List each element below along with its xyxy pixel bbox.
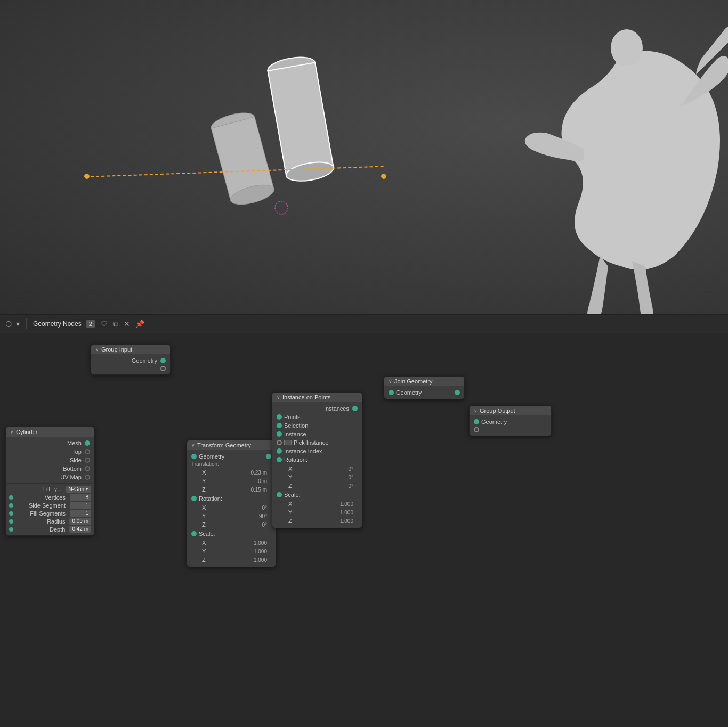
iop-rot-z: Z 0°	[284, 481, 358, 490]
vertices-value[interactable]: 8	[70, 494, 91, 501]
node-cylinder-header: ∨ Cylinder	[6, 427, 94, 437]
trans-z-label: Z	[202, 486, 250, 493]
editor-bar: ⬡ ▾ Geometry Nodes 2 ♡ ⧉ ✕ 📌	[0, 314, 728, 333]
node-join-header: ∨ Join Geometry	[384, 377, 464, 386]
node-editor[interactable]: ∨ Group Input Geometry ∨ Cylinder Mesh	[0, 333, 728, 727]
scale-y-label: Y	[202, 548, 254, 554]
iop-rot-y-val[interactable]: 0°	[348, 475, 353, 480]
iop-scale-z-label: Z	[288, 518, 340, 524]
rot-x-label: X	[202, 504, 262, 511]
trans-x-row: X -0.23 m	[198, 468, 271, 477]
scale-y-row: Y 1.000	[198, 547, 271, 556]
translation-label: Translation:	[187, 461, 276, 468]
iop-scale-y-val[interactable]: 1.000	[340, 510, 353, 516]
fill-type-chevron: ▾	[86, 487, 88, 492]
scale-x-value[interactable]: 1.000	[254, 540, 267, 546]
editor-pin-icon[interactable]: 📌	[135, 320, 144, 328]
join-geom-label: Geometry	[396, 389, 452, 396]
node-instance-on-points[interactable]: ∨ Instance on Points Instances Points Se…	[272, 392, 362, 528]
viewport-3d[interactable]	[0, 0, 728, 314]
rot-y-value[interactable]: -90°	[257, 513, 267, 519]
side-seg-value[interactable]: 1	[70, 502, 91, 509]
extra-out-socket	[160, 366, 166, 371]
pick-instance-checkbox[interactable]	[284, 440, 292, 445]
separator-1	[26, 318, 27, 329]
rot-z-row: Z 0°	[198, 520, 271, 529]
rot-z-value[interactable]: 0°	[262, 522, 267, 528]
radius-value[interactable]: 0.09 m	[69, 518, 91, 525]
chevron-icon: ∨	[277, 395, 280, 400]
instance-index-row: Instance Index	[272, 447, 362, 455]
editor-close-icon[interactable]: ✕	[124, 320, 130, 328]
trans-y-value[interactable]: 0 m	[258, 478, 267, 484]
depth-dot	[9, 527, 13, 532]
iop-scale-row: Scale:	[272, 491, 362, 499]
output-geom-row: Geometry	[470, 418, 551, 426]
radius-row: Radius 0.09 m	[6, 517, 94, 525]
node-transform-body: Geometry Translation: X -0.23 m Y 0 m Z …	[187, 450, 276, 567]
node-row-extra-out	[91, 365, 170, 372]
node-output-body: Geometry	[470, 415, 551, 436]
points-in-socket	[277, 414, 282, 420]
fill-type-select[interactable]: N-Gon ▾	[66, 486, 91, 493]
top-label: Top	[10, 448, 82, 455]
editor-heart-icon[interactable]: ♡	[101, 320, 108, 328]
node-cylinder-body: Mesh Top Side Bottom UV Map	[6, 437, 94, 535]
editor-dropdown-icon[interactable]: ▾	[16, 320, 20, 328]
instance-row: Instance	[272, 430, 362, 438]
fill-seg-label: Fill Segments	[15, 510, 68, 517]
scale-y-value[interactable]: 1.000	[254, 549, 267, 554]
chevron-icon: ∨	[474, 408, 478, 413]
trans-z-row: Z 0.15 m	[198, 485, 271, 494]
selection-row: Selection	[272, 421, 362, 430]
rot-y-label: Y	[202, 513, 257, 519]
node-group-output[interactable]: ∨ Group Output Geometry	[469, 405, 552, 436]
iop-rot-x-label: X	[288, 465, 348, 472]
vertices-label: Vertices	[15, 494, 68, 501]
editor-copy-icon[interactable]: ⧉	[113, 320, 118, 329]
instances-out-label: Instances	[277, 405, 349, 412]
scale-z-row: Z 1.000	[198, 556, 271, 564]
iop-rot-z-val[interactable]: 0°	[348, 483, 353, 489]
rotation-socket	[191, 496, 197, 501]
node-cylinder[interactable]: ∨ Cylinder Mesh Top Side Bottom UV Map	[5, 427, 95, 536]
editor-type-icon[interactable]: ⬡	[5, 320, 12, 328]
editor-title: Geometry Nodes	[33, 320, 82, 328]
iop-rot-z-label: Z	[288, 483, 348, 489]
iop-rot-x-val[interactable]: 0°	[348, 466, 353, 472]
node-iop-header: ∨ Instance on Points	[272, 393, 362, 402]
join-geom-row: Geometry	[384, 388, 464, 397]
node-group-input-body: Geometry	[91, 354, 170, 374]
node-join-body: Geometry	[384, 386, 464, 399]
trans-z-value[interactable]: 0.15 m	[250, 487, 267, 493]
transform-geom-out-socket	[266, 454, 271, 459]
transform-geom-in-socket	[191, 454, 197, 459]
editor-badge: 2	[86, 320, 95, 328]
selection-in-socket	[277, 423, 282, 428]
bottom-label: Bottom	[10, 465, 82, 472]
depth-value[interactable]: 0.42 m	[69, 526, 91, 533]
node-group-input[interactable]: ∨ Group Input Geometry	[91, 344, 171, 375]
node-iop-title: Instance on Points	[282, 394, 331, 401]
node-transform-header: ∨ Transform Geometry	[187, 440, 276, 450]
rot-x-value[interactable]: 0°	[262, 505, 267, 511]
svg-rect-5	[268, 62, 333, 176]
iop-scale-z-val[interactable]: 1.000	[340, 518, 353, 524]
node-transform-geometry[interactable]: ∨ Transform Geometry Geometry Translatio…	[187, 440, 276, 567]
iop-scale-x-val[interactable]: 1.000	[340, 501, 353, 507]
trans-y-row: Y 0 m	[198, 477, 271, 485]
node-output-title: Group Output	[480, 407, 515, 414]
iop-rot-y-label: Y	[288, 474, 348, 480]
node-join-geometry[interactable]: ∨ Join Geometry Geometry	[384, 376, 465, 399]
transform-geom-label: Geometry	[199, 453, 264, 460]
scale-z-value[interactable]: 1.000	[254, 557, 267, 563]
transform-geom-row: Geometry	[187, 452, 276, 461]
fill-seg-value[interactable]: 1	[70, 510, 91, 517]
instance-index-socket	[277, 448, 282, 454]
trans-x-value[interactable]: -0.23 m	[249, 470, 267, 476]
top-socket	[85, 449, 90, 454]
rot-y-row: Y -90°	[198, 512, 271, 520]
fill-type-row: Fill Ty... N-Gon ▾	[6, 485, 94, 493]
geometry-out-socket	[160, 358, 166, 363]
node-group-input-header: ∨ Group Input	[91, 345, 170, 354]
